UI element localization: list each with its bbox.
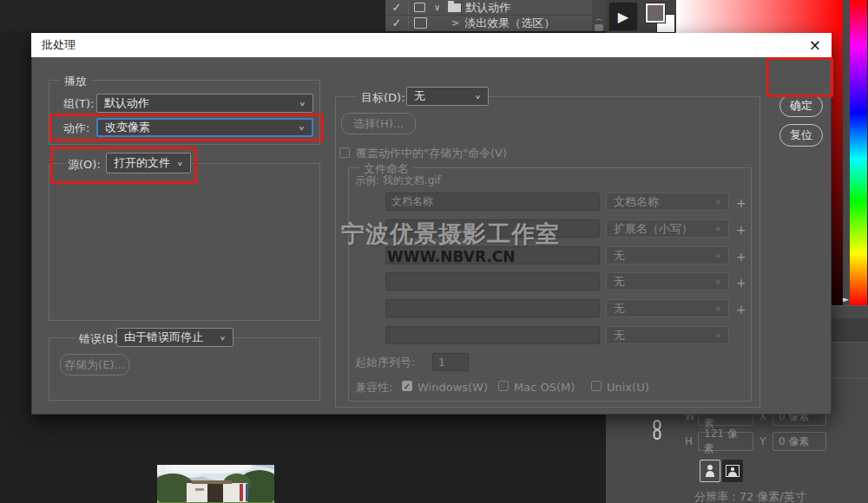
compat-unix-checkbox xyxy=(591,381,602,391)
play-button[interactable]: ▶ xyxy=(608,2,638,31)
naming-select-value: 无 xyxy=(614,248,625,264)
add-naming-icon: + xyxy=(736,303,746,317)
choose-button: 选择(H)... xyxy=(341,113,416,134)
naming-select: 无∨ xyxy=(606,299,729,317)
naming-select-value: 无 xyxy=(614,301,625,317)
watermark-url: WWW.NBVR.CN xyxy=(387,248,516,265)
add-naming-icon: + xyxy=(736,196,746,210)
reset-button[interactable]: 复位 xyxy=(779,124,823,147)
set-value: 默认动作 xyxy=(104,95,149,111)
action-item-label[interactable]: 淡出效果（选区） xyxy=(464,17,555,29)
serial-number-field: 1 xyxy=(432,353,469,371)
naming-select-value: 无 xyxy=(614,328,625,343)
compatibility-label: 兼容性: xyxy=(355,382,392,393)
chevron-down-icon: ∨ xyxy=(715,199,721,206)
add-naming-icon: + xyxy=(736,250,746,264)
dialog-titlebar[interactable]: 批处理 × xyxy=(31,33,832,57)
scroll-up-icon[interactable]: ︿ xyxy=(592,16,606,23)
naming-select: 无∨ xyxy=(606,272,729,291)
foreground-color-swatch[interactable] xyxy=(646,3,665,23)
add-naming-icon: + xyxy=(736,276,746,290)
file-naming-example: 示例: 我的文档.gif xyxy=(355,175,441,186)
y-label: Y xyxy=(760,436,766,447)
naming-select-value: 扩展名（小写） xyxy=(614,221,693,237)
override-checkbox xyxy=(339,147,350,158)
resolution-value: 分辨率 : 72 像素/英寸 xyxy=(694,491,806,502)
folder-icon xyxy=(448,3,461,12)
dialog-title: 批处理 xyxy=(42,37,76,53)
relative-person-button[interactable] xyxy=(700,460,720,482)
color-picker-gap xyxy=(843,0,850,305)
chevron-down-icon: ∨ xyxy=(299,100,306,107)
naming-select: 无∨ xyxy=(606,326,729,344)
chevron-right-icon[interactable]: > xyxy=(451,18,459,28)
compat-windows-label: Windows(W) xyxy=(418,382,488,393)
action-row-default-actions[interactable]: ✓ ∨ 默认动作 xyxy=(385,0,592,16)
hue-slider-marker[interactable]: ► xyxy=(843,295,849,304)
compat-unix-label: Unix(U) xyxy=(607,382,649,393)
annotation-source-row xyxy=(50,147,197,184)
scrollbar-thumb[interactable] xyxy=(595,24,603,31)
naming-field xyxy=(385,272,600,291)
chevron-down-icon: ∨ xyxy=(715,278,721,285)
watermark-studio: 宁波优景摄影工作室 xyxy=(341,219,560,250)
action-check-icon[interactable]: ✓ xyxy=(385,17,408,29)
person-icon xyxy=(705,464,715,478)
color-field-gradient[interactable] xyxy=(676,0,843,33)
ok-button[interactable]: 确定 xyxy=(779,95,823,117)
chevron-down-icon: ∨ xyxy=(715,305,721,312)
play-icon: ▶ xyxy=(618,9,628,25)
set-label: 组(T): xyxy=(63,98,94,109)
save-as-button: 存储为(E)... xyxy=(60,354,129,376)
y-field[interactable]: 0 像素 xyxy=(773,432,826,451)
compat-macos-label: Mac OS(M) xyxy=(514,382,575,393)
naming-select-value: 文档名称 xyxy=(614,194,659,210)
actions-scrollbar[interactable]: ︿ xyxy=(592,0,606,31)
hue-slider[interactable] xyxy=(850,0,867,305)
screenshot-root: ✓ ∨ 默认动作 ✓ > 淡出效果（选区） ︿ ▶ ► xyxy=(0,0,868,503)
actions-panel: ✓ ∨ 默认动作 ✓ > 淡出效果（选区） xyxy=(385,0,592,31)
close-icon[interactable]: × xyxy=(809,36,821,54)
destination-dropdown[interactable]: 无 ∨ xyxy=(406,87,489,106)
relative-image-button[interactable] xyxy=(722,460,743,482)
source-group-box xyxy=(49,163,320,321)
height-label: H xyxy=(685,436,693,447)
chevron-down-icon: ∨ xyxy=(715,252,721,259)
naming-field xyxy=(385,299,600,317)
panel-divider xyxy=(408,16,409,30)
document-thumbnail xyxy=(157,465,274,503)
compat-macos-checkbox xyxy=(498,381,509,391)
annotation-action-row xyxy=(49,114,324,141)
panel-divider xyxy=(408,0,409,15)
action-check-icon[interactable]: ✓ xyxy=(385,2,408,13)
dialog-toggle-icon[interactable] xyxy=(414,17,427,29)
override-label: 覆盖动作中的"存储为"命令(V) xyxy=(356,147,507,159)
chevron-down-icon[interactable]: ∨ xyxy=(434,3,440,12)
error-value: 由于错误而停止 xyxy=(124,330,203,345)
height-field[interactable]: 121 像素 xyxy=(698,432,753,451)
play-group-label: 播放 xyxy=(60,74,91,89)
naming-select: 扩展名（小写）∨ xyxy=(606,219,729,238)
chevron-down-icon: ∨ xyxy=(220,334,226,341)
action-row-fade-effect[interactable]: ✓ > 淡出效果（选区） xyxy=(385,16,592,30)
serial-number-label: 起始序列号: xyxy=(355,356,415,368)
destination-value: 无 xyxy=(414,88,425,104)
action-set-label[interactable]: 默认动作 xyxy=(465,2,510,13)
set-dropdown[interactable]: 默认动作 ∨ xyxy=(96,94,313,113)
error-dropdown[interactable]: 由于错误而停止 ∨ xyxy=(116,328,233,347)
naming-select-value: 无 xyxy=(614,274,625,290)
naming-select: 文档名称∨ xyxy=(606,193,729,211)
destination-label: 目标(D): xyxy=(357,90,410,106)
compat-windows-checkbox: ✓ xyxy=(402,381,412,391)
add-naming-icon: + xyxy=(736,223,746,237)
naming-select: 无∨ xyxy=(606,246,729,265)
naming-field: 文档名称 xyxy=(385,193,600,211)
naming-field xyxy=(385,326,600,344)
chevron-down-icon: ∨ xyxy=(715,332,721,339)
annotation-ok-button xyxy=(766,57,833,97)
dialog-toggle-icon[interactable] xyxy=(414,3,425,12)
link-dimensions-icon[interactable] xyxy=(651,419,663,441)
chevron-down-icon: ∨ xyxy=(475,93,481,100)
chevron-down-icon: ∨ xyxy=(715,225,721,232)
person-in-frame-icon xyxy=(726,465,740,477)
